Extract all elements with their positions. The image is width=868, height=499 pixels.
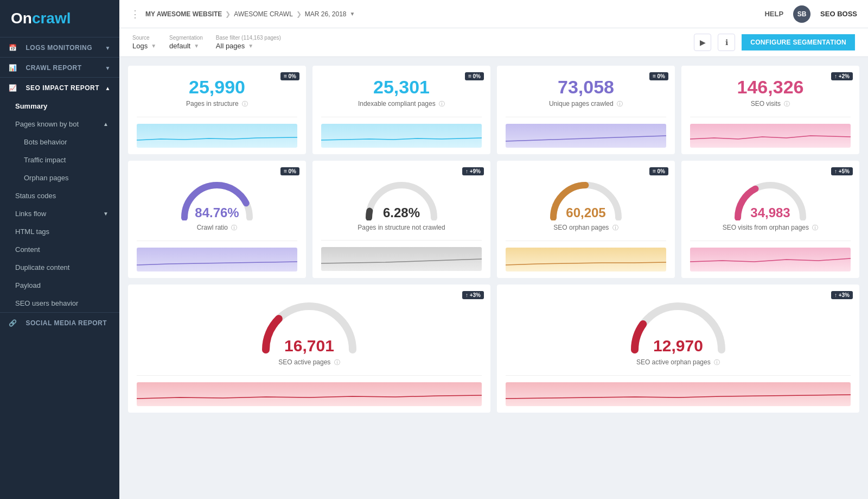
base-arrow: ▼	[248, 43, 253, 49]
sparkline	[690, 248, 851, 271]
card-label: SEO active orphan pages ⓘ	[636, 358, 720, 367]
info-icon: ⓘ	[714, 359, 720, 365]
segmentation-select[interactable]: default ▼	[169, 42, 203, 50]
info-icon-button[interactable]: ℹ	[718, 34, 735, 51]
row3-grid: 16,701 SEO active pages ⓘ ↑ +3%	[128, 285, 859, 413]
segmentation-label: Segmentation	[169, 35, 203, 41]
configure-segmentation-button[interactable]: CONFIGURE SEGMENTATION	[742, 34, 855, 50]
content-area: 25,990 Pages in structure ⓘ = 0% 25,301 …	[119, 57, 868, 499]
sidebar-nav-summary[interactable]: Summary	[0, 97, 119, 115]
gauge-value: 16,701	[284, 337, 334, 355]
divider	[137, 241, 297, 241]
filter-segmentation: Segmentation default ▼	[169, 35, 203, 50]
sidebar-nav-bots-behavior[interactable]: Bots behavior	[0, 133, 119, 151]
chevron-down-icon: ▼	[105, 45, 111, 51]
topbar: ⋮ MY AWESOME WEBSITE ❯ AWESOME CRAWL ❯ M…	[119, 0, 868, 28]
filter-base: Base filter (114,163 pages) All pages ▼	[216, 35, 281, 50]
sparkline	[137, 248, 297, 271]
gauge-active-pages: 16,701	[255, 295, 363, 355]
source-arrow: ▼	[151, 43, 156, 49]
gauge-orphan: 60,205	[542, 172, 629, 220]
source-select[interactable]: Logs ▼	[132, 42, 156, 50]
status-badge: = 0%	[280, 167, 299, 175]
sidebar-item-seo-impact-report[interactable]: 📈 SEO IMPACT REPORT ▲	[0, 77, 119, 97]
sidebar-nav-links-flow[interactable]: Links flow ▼	[0, 205, 119, 223]
avatar: SB	[793, 5, 810, 23]
divider	[321, 240, 482, 241]
sidebar-nav-status-codes[interactable]: Status codes	[0, 187, 119, 205]
topbar-right: HELP SB SEO BOSS	[764, 5, 857, 23]
logo-on: On	[11, 10, 32, 27]
sidebar-nav-content[interactable]: Content	[0, 241, 119, 258]
sidebar-nav-html-tags[interactable]: HTML tags	[0, 223, 119, 241]
sidebar-nav-pages-known[interactable]: Pages known by bot ▲	[0, 115, 119, 133]
filters-bar: Source Logs ▼ Segmentation default ▼ Bas…	[119, 28, 868, 57]
sparkline	[321, 247, 482, 271]
chevron-up-icon: ▲	[105, 85, 111, 91]
sidebar-nav-traffic-impact[interactable]: Traffic impact	[0, 151, 119, 169]
sidebar-nav-orphan-pages[interactable]: Orphan pages	[0, 169, 119, 187]
card-label: SEO visits ⓘ	[751, 100, 790, 108]
base-select[interactable]: All pages ▼	[216, 42, 281, 50]
segmentation-value: default	[169, 42, 190, 50]
gauge-visits-orphan: 34,983	[727, 172, 814, 220]
info-icon: ⓘ	[242, 100, 248, 107]
breadcrumb-sep2: ❯	[296, 10, 302, 18]
card-label: Indexable compliant pages ⓘ	[358, 100, 445, 108]
sparkline	[690, 124, 851, 148]
status-badge: = 0%	[280, 72, 299, 80]
divider	[690, 241, 851, 241]
main-content: ⋮ MY AWESOME WEBSITE ❯ AWESOME CRAWL ❯ M…	[119, 0, 868, 499]
info-icon: ℹ	[725, 38, 728, 47]
sparkline	[321, 124, 482, 148]
sidebar-nav-payload[interactable]: Payload	[0, 276, 119, 294]
row1-grid: 25,990 Pages in structure ⓘ = 0% 25,301 …	[128, 66, 859, 154]
base-label: Base filter (114,163 pages)	[216, 35, 281, 41]
sidebar-nav-duplicate-content[interactable]: Duplicate content	[0, 258, 119, 276]
status-badge: ↑ +3%	[462, 291, 484, 299]
status-badge: ↑ +5%	[831, 167, 853, 175]
sidebar-item-social-media-report[interactable]: 🔗 SOCIAL MEDIA REPORT	[0, 312, 119, 332]
info-icon: ⓘ	[812, 224, 818, 231]
divider	[137, 375, 482, 376]
segmentation-arrow: ▼	[194, 43, 199, 49]
card-label: SEO orphan pages ⓘ	[553, 224, 618, 232]
filters-right: ▶ ℹ CONFIGURE SEGMENTATION	[694, 34, 855, 51]
divider	[506, 241, 666, 241]
divider	[321, 117, 482, 117]
status-badge: ↑ +2%	[831, 72, 853, 80]
video-icon: ▶	[700, 38, 706, 47]
card-value: 73,058	[558, 77, 614, 98]
sidebar: Oncrawl 📅 LOGS MONITORING ▼ 📊 CRAWL REPO…	[0, 0, 119, 499]
breadcrumb-crawl[interactable]: AWESOME CRAWL	[234, 10, 292, 18]
card-label: Pages in structure ⓘ	[186, 100, 248, 108]
help-button[interactable]: HELP	[764, 10, 783, 18]
card-value: 146,326	[737, 77, 804, 98]
user-name: SEO BOSS	[820, 10, 857, 18]
breadcrumb-date[interactable]: MAR 26, 2018	[305, 10, 347, 18]
logo: Oncrawl	[0, 0, 119, 37]
bar-icon: 📊	[9, 64, 17, 72]
sparkline	[137, 124, 297, 148]
chevron-up-icon2: ▲	[103, 121, 108, 127]
gauge-value: 6.28%	[383, 205, 420, 220]
info-icon: ⓘ	[617, 100, 623, 107]
breadcrumb: ⋮ MY AWESOME WEBSITE ❯ AWESOME CRAWL ❯ M…	[130, 8, 355, 20]
sidebar-nav-seo-users-behavior[interactable]: SEO users behavior	[0, 294, 119, 312]
gauge-value: 60,205	[566, 205, 605, 220]
card-unique-pages-crawled: 73,058 Unique pages crawled ⓘ = 0%	[497, 66, 675, 154]
breadcrumb-site[interactable]: MY AWESOME WEBSITE	[145, 10, 222, 18]
card-label: Crawl ratio ⓘ	[197, 224, 238, 232]
info-icon: ⓘ	[612, 224, 618, 231]
card-seo-visits: 146,326 SEO visits ⓘ ↑ +2%	[681, 66, 859, 154]
base-value: All pages	[216, 42, 245, 50]
source-value: Logs	[132, 42, 148, 50]
status-badge: ↑ +9%	[462, 167, 484, 175]
calendar-icon: 📅	[9, 44, 17, 52]
sparkline	[506, 124, 666, 148]
video-icon-button[interactable]: ▶	[694, 34, 711, 51]
sidebar-item-logs-monitoring[interactable]: 📅 LOGS MONITORING ▼	[0, 37, 119, 57]
dots-icon: ⋮	[130, 8, 140, 20]
card-pages-in-structure: 25,990 Pages in structure ⓘ = 0%	[128, 66, 306, 154]
sidebar-item-crawl-report[interactable]: 📊 CRAWL REPORT ▼	[0, 57, 119, 77]
